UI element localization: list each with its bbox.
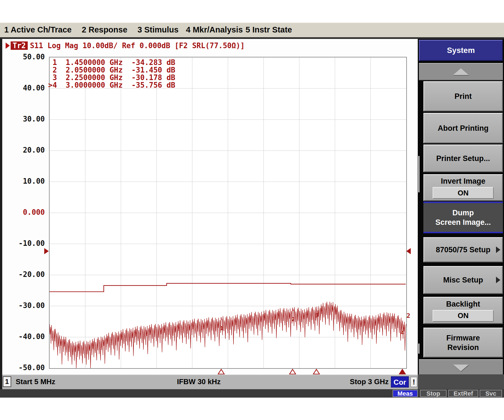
softkey-label: Backlight [446, 299, 480, 309]
softkey-label: Invert Image [441, 176, 485, 186]
softkey-group-notch [418, 156, 419, 192]
softkey-scroll-down[interactable] [419, 359, 503, 377]
softkey-misc-setup[interactable]: Misc Setup [423, 266, 503, 294]
stop-frequency-readout: Stop 3 GHz [323, 377, 389, 386]
softkey-label: Misc Setup [443, 275, 483, 285]
y-axis-tick-40-00: 40.00 [8, 84, 45, 92]
y-axis-tick-30-00: -30.00 [8, 301, 45, 310]
marker-table-row-2: 2 2.0500000 GHz -31.450 dB [48, 66, 175, 74]
softkey-toggle-backlight[interactable]: ON [433, 310, 494, 322]
y-axis-tick-10-00: -10.00 [8, 239, 45, 248]
softkey-label-line: Screen Image... [435, 218, 491, 227]
up-arrow-icon [453, 68, 469, 75]
y-axis-tick-10-00: 10.00 [8, 177, 45, 185]
softkey-label-line: Revision [447, 343, 479, 352]
y-axis-tick-30-00: 30.00 [8, 115, 45, 123]
state-indicator-svc: Svc [480, 390, 502, 397]
softkey-backlight[interactable]: BacklightON [423, 297, 503, 324]
softkey-dump-screen-image[interactable]: DumpScreen Image... [423, 202, 503, 233]
softkey-menu-title[interactable]: System [419, 40, 503, 61]
softkey-invert-image[interactable]: Invert ImageON [423, 174, 503, 201]
submenu-arrow-icon [496, 277, 500, 283]
state-indicator-extref: ExtRef [448, 390, 478, 397]
trace-label: Tr2 [11, 41, 28, 50]
graph-plot-area: 1234 [49, 57, 407, 369]
reference-level-arrow-right-icon [406, 248, 411, 254]
trace-marker-label-1: 1 [220, 325, 223, 332]
softkey-group-notch [418, 344, 419, 354]
trace-marker-label-2: 2 [291, 316, 295, 323]
active-trace-arrow-icon [6, 43, 10, 49]
status-bar: 1 Start 5 MHz IFBW 30 kHz Stop 3 GHz Cor… [2, 374, 418, 389]
y-axis-tick-50-00: -50.00 [8, 363, 45, 372]
menubar-item-1-active-ch-trace[interactable]: 1 Active Ch/Trace [4, 23, 72, 37]
softkey-label: Print [454, 92, 472, 101]
trace-marker-label-4: 4 [401, 329, 404, 336]
y-axis-tick-20-00: -20.00 [8, 270, 45, 279]
reference-level-arrow-left-icon [44, 248, 49, 254]
screen-left-border [0, 39, 2, 389]
softkey-scroll-up[interactable] [419, 63, 503, 80]
marker-table-row-4: >4 3.0000000 GHz -35.756 dB [48, 81, 175, 89]
trace-plot: 1234 [50, 57, 406, 368]
y-axis-tick-20-00: 20.00 [8, 146, 45, 154]
menubar-item-4-mkr-analysis[interactable]: 4 Mkr/Analysis [186, 23, 243, 37]
submenu-arrow-icon [496, 246, 500, 253]
y-axis-tick-40-00: -40.00 [8, 332, 45, 341]
softkey-label: Printer Setup... [436, 154, 490, 163]
ifbw-readout: IFBW 30 kHz [157, 377, 241, 386]
top-menu-bar: 1 Active Ch/Trace2 Response3 Stimulus4 M… [0, 22, 504, 38]
menubar-item-3-stimulus[interactable]: 3 Stimulus [137, 23, 179, 37]
menubar-item-5-instr-state[interactable]: 5 Instr State [246, 23, 292, 37]
softkey-toggle-invert-image[interactable]: ON [433, 187, 494, 199]
marker-table-row-1: 1 1.4500000 GHz -34.283 dB [48, 58, 175, 67]
trace-marker-label-3: 3 [315, 312, 319, 319]
alert-badge: ! [410, 377, 417, 387]
softkey-87050-75-setup[interactable]: 87050/75 Setup [423, 237, 503, 262]
softkey-menu-column: System PrintAbort PrintingPrinter Setup.… [418, 39, 504, 389]
softkey-label-line: Firmware [446, 333, 480, 343]
marker-table-row-3: 3 2.2500000 GHz -30.178 dB [48, 73, 175, 82]
start-frequency-readout: Start 5 MHz [16, 377, 55, 386]
status-bar-right-fill [418, 374, 504, 389]
y-axis-tick-0-000: 0.000 [8, 208, 45, 216]
state-indicator-stop: Stop [420, 390, 447, 397]
softkey-label: Abort Printing [438, 123, 488, 133]
down-arrow-icon [453, 365, 469, 371]
y-axis-tick-50-00: 50.00 [8, 53, 45, 61]
trace-parameters: S11 Log Mag 10.00dB/ Ref 0.000dB [F2 SRL… [30, 41, 245, 50]
softkey-label: 87050/75 Setup [436, 245, 490, 255]
softkey-label-line: Dump [452, 208, 474, 218]
softkey-firmware-revision[interactable]: FirmwareRevision [423, 328, 503, 358]
correction-status-badge: Cor [391, 376, 409, 388]
instrument-screen: 1 Active Ch/Trace2 Response3 Stimulus4 M… [0, 0, 504, 420]
softkey-print[interactable]: Print [423, 81, 503, 111]
channel-number-badge: 1 [3, 376, 11, 387]
display-area: Tr2 S11 Log Mag 10.00dB/ Ref 0.000dB [F2… [0, 39, 504, 389]
trace-info-line: Tr2 S11 Log Mag 10.00dB/ Ref 0.000dB [F2… [6, 41, 245, 50]
menubar-item-2-response[interactable]: 2 Response [82, 23, 127, 37]
state-indicator-meas: Meas [393, 390, 418, 397]
softkey-printer-setup[interactable]: Printer Setup... [423, 144, 503, 172]
softkey-abort-printing[interactable]: Abort Printing [423, 113, 503, 143]
trace-number-label: 2 [407, 312, 410, 319]
instrument-state-strip: MeasStopExtRefSvc [0, 389, 504, 398]
